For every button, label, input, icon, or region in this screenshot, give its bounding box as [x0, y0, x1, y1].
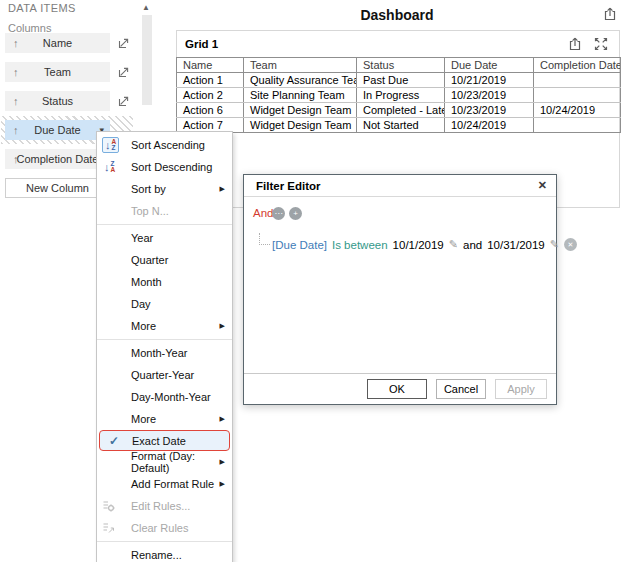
edit-value-icon[interactable]: ✎: [550, 238, 559, 251]
scrollbar-thumb[interactable]: [142, 15, 152, 105]
sort-direction-icon: ↑: [13, 154, 19, 165]
dialog-title: Filter Editor: [256, 180, 321, 192]
scroll-up-icon[interactable]: ▲: [142, 3, 150, 12]
remove-condition-icon[interactable]: ✕: [564, 238, 577, 251]
column-header[interactable]: Due Date: [445, 58, 534, 73]
condition-value-end[interactable]: 10/31/2019: [487, 239, 545, 251]
data-item-status[interactable]: ↑ Status: [5, 91, 110, 111]
cell: Action 1: [177, 73, 244, 88]
submenu-arrow-icon: ▶: [220, 322, 225, 330]
table-row[interactable]: Action 1 Quality Assurance Team Past Due…: [177, 73, 621, 88]
submenu-arrow-icon: ▶: [220, 480, 225, 488]
cell: 10/21/2019: [445, 73, 534, 88]
data-item-name[interactable]: ↑ Name: [5, 33, 110, 53]
menu-item-top-n: Top N...: [97, 200, 232, 222]
cell: Completed - Late: [357, 103, 445, 118]
export-grid-icon[interactable]: [567, 36, 583, 52]
cell: Widget Design Team: [244, 118, 357, 133]
new-column-button[interactable]: New Column: [5, 178, 110, 198]
sort-direction-icon: ↑: [13, 125, 19, 136]
grid-table: Name Team Status Due Date Completion Dat…: [176, 57, 621, 133]
submenu-arrow-icon: ▶: [220, 415, 225, 423]
convert-item-icon[interactable]: [117, 66, 130, 79]
table-row[interactable]: Action 6 Widget Design Team Completed - …: [177, 103, 621, 118]
tree-connector: [259, 233, 270, 245]
menu-item-exact-date[interactable]: ✓ Exact Date: [99, 430, 230, 451]
submenu-arrow-icon: ▶: [220, 185, 225, 193]
menu-item-quarter-year[interactable]: Quarter-Year: [97, 364, 232, 386]
menu-item-day-month-year[interactable]: Day-Month-Year: [97, 386, 232, 408]
cell: Site Planning Team: [244, 88, 357, 103]
convert-item-icon[interactable]: [117, 95, 130, 108]
menu-item-month[interactable]: Month: [97, 271, 232, 293]
cell: [534, 73, 621, 88]
ok-button[interactable]: OK: [367, 379, 427, 399]
cancel-button[interactable]: Cancel: [436, 379, 486, 399]
menu-item-label: Clear Rules: [131, 522, 188, 534]
condition-conjunction: and: [463, 239, 482, 251]
menu-item-label: Exact Date: [132, 435, 186, 447]
menu-item-label: Day: [131, 298, 151, 310]
cell: Action 2: [177, 88, 244, 103]
dialog-titlebar: Filter Editor ✕: [244, 175, 556, 197]
condition-operator-link[interactable]: Is between: [332, 239, 388, 251]
cell: [534, 118, 621, 133]
menu-item-sort-by[interactable]: Sort by ▶: [97, 178, 232, 200]
menu-item-more-1[interactable]: More ▶: [97, 315, 232, 337]
menu-item-label: Sort Descending: [131, 161, 212, 173]
data-items-panel-title: DATA ITEMS: [8, 2, 76, 14]
data-item-due-date[interactable]: ↑ Due Date ▾: [5, 120, 110, 140]
table-row[interactable]: Action 2 Site Planning Team In Progress …: [177, 88, 621, 103]
cell: 10/24/2019: [534, 103, 621, 118]
table-row[interactable]: Action 7 Widget Design Team Not Started …: [177, 118, 621, 133]
check-icon: ✓: [109, 434, 119, 448]
submenu-arrow-icon: ▶: [220, 458, 225, 466]
export-dashboard-icon[interactable]: [602, 6, 618, 22]
menu-item-label: Year: [131, 232, 153, 244]
sort-descending-icon: ↓ ZA: [102, 160, 117, 174]
cell: In Progress: [357, 88, 445, 103]
cell: [534, 88, 621, 103]
edit-value-icon[interactable]: ✎: [449, 238, 458, 251]
group-operator-and[interactable]: And: [253, 207, 273, 219]
menu-item-day[interactable]: Day: [97, 293, 232, 315]
cell: 10/23/2019: [445, 103, 534, 118]
cell: Not Started: [357, 118, 445, 133]
cell: Widget Design Team: [244, 103, 357, 118]
filter-condition-row: [Due Date] Is between 10/1/2019 ✎ and 10…: [272, 238, 577, 251]
convert-item-icon[interactable]: [117, 37, 130, 50]
data-item-team[interactable]: ↑ Team: [5, 62, 110, 82]
menu-item-label: Add Format Rule: [131, 478, 214, 490]
data-item-label: Completion Date: [17, 153, 99, 165]
condition-value-start[interactable]: 10/1/2019: [393, 239, 444, 251]
menu-item-format[interactable]: Format (Day: Default) ▶: [97, 451, 232, 473]
menu-item-month-year[interactable]: Month-Year: [97, 342, 232, 364]
close-icon[interactable]: ✕: [538, 179, 547, 192]
menu-item-label: Sort by: [131, 183, 166, 195]
group-options-icon[interactable]: ⋯: [272, 207, 285, 220]
menu-item-more-2[interactable]: More ▶: [97, 408, 232, 430]
menu-separator: [97, 541, 232, 542]
menu-item-rename[interactable]: Rename...: [97, 544, 232, 562]
column-header[interactable]: Team: [244, 58, 357, 73]
data-item-completion-date[interactable]: ↑ Completion Date: [5, 149, 110, 169]
column-header[interactable]: Name: [177, 58, 244, 73]
edit-rules-icon: [102, 500, 115, 513]
menu-item-label: Sort Ascending: [131, 139, 205, 151]
menu-item-add-format-rule[interactable]: Add Format Rule ▶: [97, 473, 232, 495]
maximize-icon[interactable]: [593, 36, 609, 52]
column-header[interactable]: Status: [357, 58, 445, 73]
menu-item-label: More: [131, 320, 156, 332]
condition-field-link[interactable]: [Due Date]: [272, 239, 327, 251]
filter-editor-dialog: Filter Editor ✕ And ⋯ + [Due Date] Is be…: [243, 174, 557, 405]
menu-item-year[interactable]: Year: [97, 227, 232, 249]
menu-item-quarter[interactable]: Quarter: [97, 249, 232, 271]
new-column-label: New Column: [26, 182, 89, 194]
add-condition-icon[interactable]: +: [289, 207, 302, 220]
menu-item-sort-ascending[interactable]: ↓ AZ Sort Ascending: [97, 134, 232, 156]
data-item-label: Team: [44, 66, 71, 78]
menu-item-label: Quarter-Year: [131, 369, 194, 381]
column-header[interactable]: Completion Date: [534, 58, 621, 73]
menu-separator: [97, 339, 232, 340]
menu-item-sort-descending[interactable]: ↓ ZA Sort Descending: [97, 156, 232, 178]
